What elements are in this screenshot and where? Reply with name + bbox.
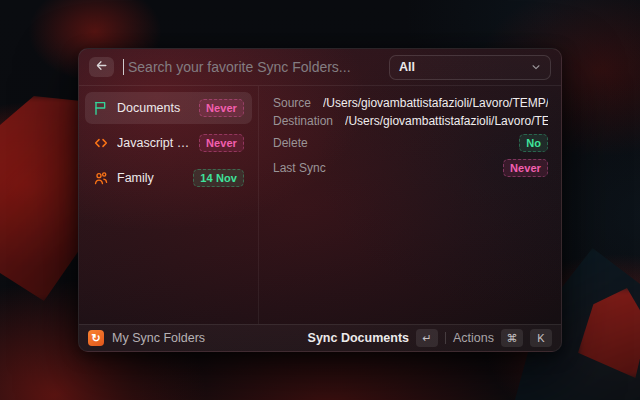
footer-divider bbox=[445, 332, 446, 344]
detail-row-last-sync: Last Sync Never bbox=[273, 155, 548, 180]
people-icon bbox=[93, 170, 109, 186]
launcher-window: Search your favorite Sync Folders... All… bbox=[78, 48, 562, 352]
return-key-icon[interactable]: ↵ bbox=[416, 329, 438, 347]
details-panel: Source /Users/giovambattistafazioli/Lavo… bbox=[259, 86, 561, 324]
app-name-label: My Sync Folders bbox=[112, 331, 205, 345]
footer-actions: Sync Documents ↵ Actions ⌘ K bbox=[308, 329, 552, 347]
flag-icon bbox=[93, 100, 109, 116]
back-button[interactable] bbox=[89, 57, 114, 77]
primary-action-button[interactable]: Sync Documents bbox=[308, 331, 409, 345]
detail-label: Delete bbox=[273, 136, 308, 150]
list-item-documents[interactable]: Documents Never bbox=[85, 92, 252, 124]
search-header: Search your favorite Sync Folders... All bbox=[79, 49, 561, 86]
list-item-family[interactable]: Family 14 Nov bbox=[85, 162, 252, 194]
actions-menu-button[interactable]: Actions bbox=[453, 331, 494, 345]
list-item-label: Family bbox=[117, 171, 185, 185]
detail-row-destination: Destination /Users/giovambattistafazioli… bbox=[273, 112, 548, 130]
list-item-javascript-source[interactable]: Javascript Source C... Never bbox=[85, 127, 252, 159]
last-sync-badge: 14 Nov bbox=[193, 169, 244, 187]
detail-value: /Users/giovambattistafazioli/Lavoro/TEMP… bbox=[323, 96, 548, 110]
detail-value: /Users/giovambattistafazioli/Lavoro/TEMP… bbox=[345, 114, 548, 128]
status-bar: ↻ My Sync Folders Sync Documents ↵ Actio… bbox=[79, 324, 561, 351]
search-input[interactable]: Search your favorite Sync Folders... bbox=[128, 59, 380, 75]
code-icon bbox=[93, 135, 109, 151]
arrow-left-icon bbox=[95, 58, 108, 76]
sync-folder-list: Documents Never Javascript Source C... N… bbox=[79, 86, 259, 324]
detail-label: Source bbox=[273, 96, 311, 110]
detail-row-delete: Delete No bbox=[273, 130, 548, 155]
detail-label: Destination bbox=[273, 114, 333, 128]
detail-row-source: Source /Users/giovambattistafazioli/Lavo… bbox=[273, 94, 548, 112]
chevron-down-icon bbox=[531, 58, 541, 76]
filter-dropdown[interactable]: All bbox=[389, 55, 551, 80]
last-sync-badge: Never bbox=[199, 134, 244, 152]
text-caret bbox=[123, 59, 124, 75]
delete-badge: No bbox=[519, 134, 548, 152]
list-item-label: Documents bbox=[117, 101, 191, 115]
filter-selected-value: All bbox=[399, 60, 525, 74]
command-key-icon[interactable]: ⌘ bbox=[501, 329, 523, 347]
detail-label: Last Sync bbox=[273, 161, 326, 175]
list-item-label: Javascript Source C... bbox=[117, 136, 191, 150]
last-sync-badge: Never bbox=[199, 99, 244, 117]
sync-app-icon: ↻ bbox=[88, 330, 104, 346]
window-body: Documents Never Javascript Source C... N… bbox=[79, 86, 561, 324]
k-key-icon[interactable]: K bbox=[530, 329, 552, 347]
last-sync-detail-badge: Never bbox=[503, 159, 548, 177]
